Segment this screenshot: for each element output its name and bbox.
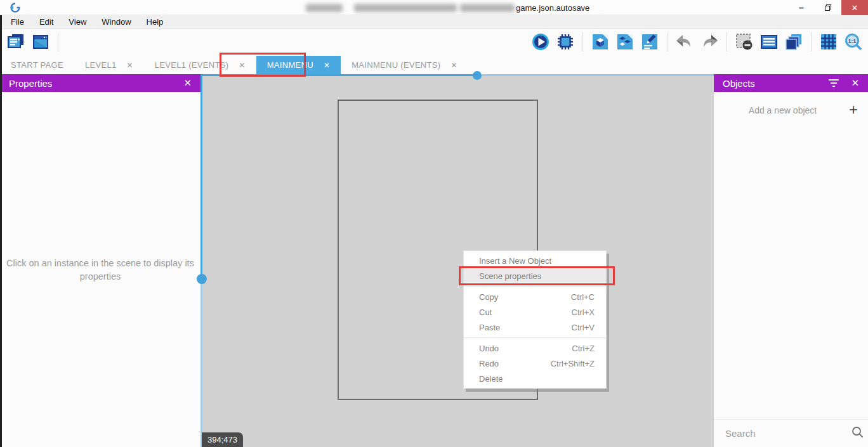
objects-panel-header: Objects ✕ [714, 74, 868, 92]
toolbar-separator [811, 32, 812, 51]
menu-bar: File Edit View Window Help [0, 15, 868, 29]
properties-empty-message: Click on an instance in the scene to dis… [5, 257, 195, 283]
menu-item-scene-properties[interactable]: Scene properties [464, 268, 606, 283]
tab-mainmenu[interactable]: MAINMENU ✕ [256, 56, 341, 74]
menu-separator [464, 337, 606, 338]
edit-properties-icon[interactable] [640, 32, 659, 51]
film-minus-icon[interactable] [735, 32, 754, 51]
add-new-object-button[interactable]: Add a new object + [714, 98, 868, 122]
menu-separator [464, 286, 606, 287]
tab-level1-events[interactable]: LEVEL1 (EVENTS) ✕ [144, 56, 256, 74]
menu-item-redo[interactable]: Redo Ctrl+Shift+Z [464, 356, 606, 371]
toolbar-left-group [6, 32, 60, 51]
debug-icon[interactable] [556, 32, 575, 51]
menu-item-cut[interactable]: Cut Ctrl+X [464, 304, 606, 320]
window-title-text: game.json.autosave [516, 3, 589, 13]
properties-close-icon[interactable]: ✕ [183, 77, 192, 89]
tab-close-icon[interactable]: ✕ [324, 61, 330, 70]
objects-close-icon[interactable]: ✕ [851, 77, 859, 89]
menu-item-copy[interactable]: Copy Ctrl+C [464, 289, 606, 304]
content-region: Properties ✕ Click on an instance in the… [0, 74, 868, 447]
toolbar: 1:1 [0, 29, 868, 56]
toolbar-separator [727, 32, 727, 51]
menu-file[interactable]: File [3, 15, 32, 29]
grid-icon[interactable] [819, 32, 838, 51]
toolbar-separator [582, 32, 583, 51]
properties-panel-header: Properties ✕ [0, 74, 201, 92]
properties-panel-title: Properties [9, 78, 52, 89]
search-icon[interactable] [852, 426, 864, 441]
panel-divider-top [201, 74, 477, 76]
tab-label: LEVEL1 (EVENTS) [155, 60, 229, 70]
menu-item-delete[interactable]: Delete [464, 371, 606, 386]
gdevelop-logo-icon [10, 3, 20, 13]
menu-view[interactable]: View [61, 15, 94, 29]
toolbar-separator [58, 32, 58, 51]
window-title: game.json.autosave [306, 3, 589, 13]
tab-mainmenu-events[interactable]: MAINMENU (EVENTS) ✕ [341, 56, 468, 74]
title-bar: game.json.autosave – ✕ [0, 0, 868, 15]
tab-start-page[interactable]: START PAGE [0, 56, 74, 74]
add-new-object-label: Add a new object [749, 105, 817, 115]
toolbar-right-group: 1:1 [531, 32, 863, 51]
tab-level1[interactable]: LEVEL1 ✕ [74, 56, 144, 74]
objects-search-bar [714, 419, 868, 447]
plus-icon[interactable]: + [849, 101, 858, 119]
tab-label: MAINMENU [267, 60, 313, 70]
project-manager-icon[interactable] [6, 32, 25, 51]
redo-icon[interactable] [700, 32, 719, 51]
minimize-button[interactable]: – [788, 0, 815, 15]
panel-divider-left [201, 279, 202, 447]
menu-edit[interactable]: Edit [32, 15, 61, 29]
start-page-icon[interactable] [31, 32, 50, 51]
tab-close-icon[interactable]: ✕ [450, 61, 457, 70]
divider-drag-handle-top[interactable] [473, 71, 482, 80]
menu-item-paste[interactable]: Paste Ctrl+V [464, 320, 606, 335]
tab-close-icon[interactable]: ✕ [239, 61, 245, 70]
tab-close-icon[interactable]: ✕ [126, 61, 133, 70]
menu-help[interactable]: Help [139, 15, 171, 29]
context-menu: Insert a New Object Scene properties Cop… [463, 250, 607, 389]
objects-panel-title: Objects [723, 78, 755, 89]
undo-icon[interactable] [675, 32, 694, 51]
redacted-title-segment [354, 4, 457, 12]
divider-drag-handle-left[interactable] [197, 274, 207, 284]
objects-panel-icon[interactable] [591, 32, 610, 51]
tab-label: LEVEL1 [85, 60, 117, 70]
tab-label: START PAGE [11, 60, 63, 70]
scene-canvas[interactable]: 394;473 [201, 74, 714, 447]
objects-panel: Objects ✕ Add a new object + [714, 74, 868, 447]
toolbar-separator [667, 32, 667, 51]
redacted-title-segment [306, 4, 343, 12]
object-groups-icon[interactable] [615, 32, 635, 51]
window-edge [0, 15, 2, 447]
menu-window[interactable]: Window [94, 15, 138, 29]
zoom-1-1-icon[interactable]: 1:1 [844, 32, 863, 51]
panel-divider-top [477, 74, 714, 76]
restore-button[interactable] [815, 0, 841, 15]
app-window: game.json.autosave – ✕ File Edit View Wi… [0, 0, 868, 447]
menu-item-undo[interactable]: Undo Ctrl+Z [464, 340, 606, 356]
layers-icon[interactable] [784, 32, 803, 51]
redacted-title-segment [460, 4, 515, 12]
tab-label: MAINMENU (EVENTS) [352, 60, 440, 70]
svg-text:1:1: 1:1 [848, 38, 857, 44]
window-controls: – ✕ [788, 0, 868, 15]
menu-item-insert-new-object[interactable]: Insert a New Object [464, 253, 606, 268]
restore-icon [825, 4, 831, 11]
list-icon[interactable] [760, 32, 779, 51]
play-icon[interactable] [531, 32, 550, 51]
panel-divider-left [201, 74, 202, 279]
close-button[interactable]: ✕ [841, 0, 868, 15]
search-input[interactable] [714, 428, 852, 439]
filter-icon[interactable] [828, 79, 839, 87]
properties-panel: Properties ✕ Click on an instance in the… [0, 74, 201, 447]
editor-tab-bar: START PAGE LEVEL1 ✕ LEVEL1 (EVENTS) ✕ MA… [0, 56, 868, 74]
cursor-coordinates-badge: 394;473 [202, 432, 243, 447]
